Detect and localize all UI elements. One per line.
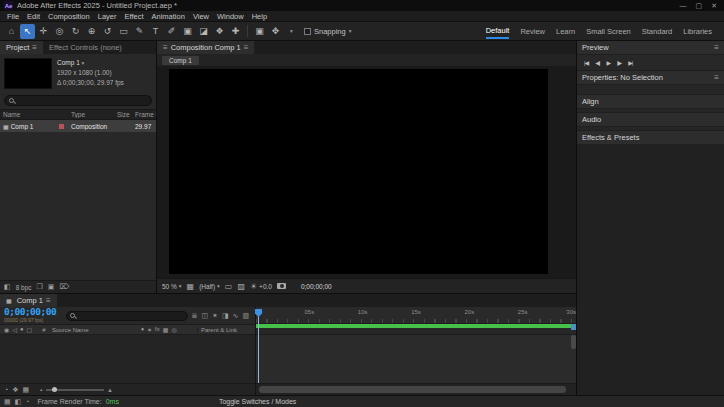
tool-options-caret-icon[interactable]: ▾	[284, 24, 299, 39]
new-composition-icon[interactable]: ▣	[48, 283, 55, 291]
workspace-standard[interactable]: Standard	[642, 24, 672, 38]
hand-tool[interactable]: ✛	[36, 24, 51, 39]
column-name[interactable]: Name	[0, 111, 56, 118]
comp-mini-flowchart-icon[interactable]: ≣	[192, 312, 198, 320]
track-area[interactable]	[256, 335, 576, 383]
playhead[interactable]	[258, 316, 259, 383]
column-size[interactable]: Size	[114, 111, 132, 118]
hide-shy-layers-icon[interactable]: ✶	[212, 312, 218, 320]
zoom-slider-handle[interactable]	[52, 387, 57, 392]
puppet-pin-tool[interactable]: ✚	[228, 24, 243, 39]
layer-list-empty-area[interactable]	[0, 335, 255, 383]
menu-animation[interactable]: Animation	[148, 12, 189, 21]
zoom-in-mountain-icon[interactable]: ▲	[107, 387, 113, 393]
align-panel-header[interactable]: Align	[577, 95, 724, 108]
rotation-tool[interactable]: ↺	[100, 24, 115, 39]
pen-tool[interactable]: ✎	[132, 24, 147, 39]
tool-option-icon[interactable]: ▣	[252, 24, 267, 39]
item-label-cell[interactable]	[56, 123, 68, 130]
comp-navigator-chip[interactable]: Comp 1	[162, 56, 199, 65]
bit-depth-label[interactable]: 8 bpc	[16, 284, 32, 291]
expand-transfer-icon[interactable]: ❖	[12, 386, 18, 394]
resolution-dropdown[interactable]: (Half) ▾	[199, 283, 220, 290]
transparency-grid-icon[interactable]: ▨	[237, 282, 245, 291]
clone-stamp-tool[interactable]: ▣	[180, 24, 195, 39]
status-icon[interactable]: ◔	[25, 398, 29, 405]
panel-menu-icon[interactable]: ≡	[714, 43, 719, 52]
timeline-vertical-scrollbar[interactable]	[571, 335, 576, 349]
lock-column-icon[interactable]: ▢	[27, 326, 33, 333]
workspace-review[interactable]: Review	[520, 24, 545, 38]
timeline-search-input[interactable]	[66, 311, 188, 321]
menu-file[interactable]: File	[3, 12, 23, 21]
column-type[interactable]: Type	[68, 111, 114, 118]
tab-effect-controls[interactable]: Effect Controls (none)	[43, 41, 128, 54]
first-frame-button[interactable]: |◀	[584, 59, 588, 66]
snapping-control[interactable]: Snapping ▾	[304, 27, 351, 36]
video-column-icon[interactable]: ◉	[4, 326, 9, 333]
delete-item-icon[interactable]: ⌦	[59, 283, 69, 291]
close-button[interactable]: ✕	[711, 0, 717, 11]
expand-layers-icon[interactable]: ◔	[4, 386, 8, 393]
work-area-band[interactable]	[256, 324, 576, 335]
snapping-caret-icon[interactable]: ▾	[349, 28, 352, 34]
composition-timecode[interactable]: 0;00;00;00	[301, 283, 332, 290]
menu-window[interactable]: Window	[213, 12, 248, 21]
menu-composition[interactable]: Composition	[44, 12, 94, 21]
menu-layer[interactable]: Layer	[94, 12, 121, 21]
zoom-out-mountain-icon[interactable]: ▲	[39, 387, 43, 392]
panel-drag-icon[interactable]: ≡	[163, 43, 168, 52]
minimize-button[interactable]: —	[680, 0, 687, 11]
project-item-row[interactable]: ▦Comp 1 Composition 29.97	[0, 120, 156, 132]
composition-viewport[interactable]	[169, 69, 548, 274]
motion-blur-switch-icon[interactable]: ◎	[171, 326, 176, 333]
solo-column-icon[interactable]: ●	[20, 326, 24, 333]
interpret-footage-icon[interactable]: ◧	[4, 283, 11, 291]
parent-link-column[interactable]: Parent & Link	[197, 327, 255, 333]
tool-option-icon[interactable]: ✥	[268, 24, 283, 39]
shape-tool[interactable]: ▭	[116, 24, 131, 39]
grid-guides-icon[interactable]: ▦	[187, 282, 195, 291]
toggle-switches-modes-button[interactable]: Toggle Switches / Modes	[219, 398, 296, 405]
effects-presets-panel-header[interactable]: Effects & Presets	[577, 131, 724, 144]
panel-menu-icon[interactable]: ≡	[32, 43, 37, 52]
source-name-column[interactable]: Source Name	[50, 327, 141, 333]
work-area-end-handle[interactable]	[571, 324, 576, 330]
panel-menu-icon[interactable]: ≡	[714, 73, 719, 82]
snapshot-camera-icon[interactable]	[277, 283, 286, 289]
workspace-small-screen[interactable]: Small Screen	[586, 24, 631, 38]
maximize-button[interactable]: ▢	[696, 0, 703, 11]
status-icon[interactable]: ◧	[15, 398, 22, 406]
tab-project[interactable]: Project ≡	[0, 41, 43, 54]
selection-tool[interactable]: ↖	[20, 24, 35, 39]
column-frame-rate[interactable]: Frame Ra	[132, 111, 156, 118]
project-thumbnail[interactable]	[4, 58, 52, 89]
comp-name-caret-icon[interactable]: ▾	[82, 60, 85, 66]
properties-panel-header[interactable]: Properties: No Selection ≡	[577, 71, 724, 84]
scrollbar-handle[interactable]	[259, 386, 566, 393]
menu-edit[interactable]: Edit	[23, 12, 44, 21]
preview-panel-header[interactable]: Preview ≡	[577, 41, 724, 54]
timeline-zoom-slider[interactable]	[46, 389, 104, 391]
audio-panel-header[interactable]: Audio	[577, 113, 724, 126]
audio-column-icon[interactable]: ◁	[12, 326, 17, 333]
project-list-empty-area[interactable]	[0, 132, 156, 280]
eraser-tool[interactable]: ◪	[196, 24, 211, 39]
magnification-dropdown[interactable]: 50 % ▾	[162, 283, 182, 290]
workspace-default[interactable]: Default	[486, 23, 510, 39]
snapping-checkbox[interactable]	[304, 28, 311, 35]
menu-help[interactable]: Help	[248, 12, 271, 21]
next-frame-button[interactable]: |▶	[617, 59, 621, 66]
fx-switch-icon[interactable]: fx	[155, 326, 160, 333]
pan-camera-tool[interactable]: ⊕	[84, 24, 99, 39]
tab-composition[interactable]: ≡ Composition Comp 1 ≡	[157, 41, 254, 54]
timeline-horizontal-scrollbar[interactable]	[256, 383, 576, 395]
draft-3d-icon[interactable]: ◫	[201, 312, 208, 320]
timeline-timecode-block[interactable]: 0;00;00;00 00000 (29.97 fps)	[4, 308, 62, 324]
current-time-display[interactable]: 0;00;00;00	[4, 308, 62, 316]
effects-switch-icon[interactable]: ✶	[147, 326, 152, 333]
roto-brush-tool[interactable]: ❖	[212, 24, 227, 39]
quality-switch-icon[interactable]: ♦	[141, 326, 144, 333]
panel-menu-icon[interactable]: ≡	[244, 43, 249, 52]
frame-blending-icon[interactable]: ◨	[222, 312, 229, 320]
